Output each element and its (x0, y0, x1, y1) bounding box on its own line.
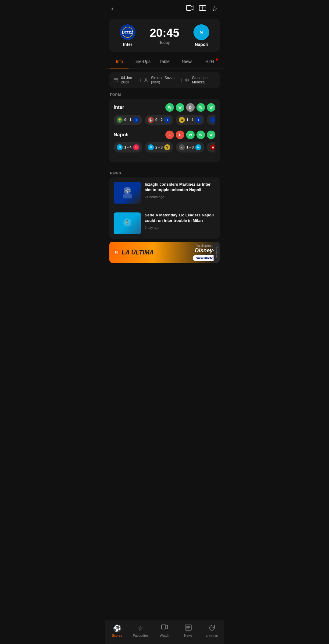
home-team-name: Inter (123, 42, 132, 47)
ad-badge: 16 (113, 250, 120, 255)
ad-right: Ya disponible Disney+ Suscríbete (193, 244, 216, 261)
ad-title: LA ÚLTIMA (122, 249, 154, 256)
svg-rect-20 (161, 625, 166, 629)
favourites-icon: ☆ (138, 625, 144, 632)
referee-name: Simone Sozza (Italy) (151, 76, 178, 84)
watch-label: Watch (160, 634, 169, 637)
napoli-badges: L L W W W (165, 131, 215, 139)
away-team-name: Napoli (195, 42, 208, 47)
home-team: INTER Inter (115, 24, 140, 47)
match-time: 20:45 (150, 26, 179, 40)
tab-table[interactable]: Table (153, 55, 176, 68)
ad-sub: Ya disponible (196, 244, 216, 247)
napoli-form-name: Napoli (114, 132, 129, 138)
tabs-bar: Info Line-Ups Table News H2H (105, 55, 224, 68)
form-label: FORM (105, 88, 224, 99)
pill-logo: 🏆 (117, 117, 123, 123)
h2h-dot (216, 58, 218, 61)
news-time-2: 1 day ago (145, 226, 215, 229)
match-center: 20:45 Today (150, 26, 179, 45)
match-info-bar: 04 Jan 2023 | Simone Sozza (Italy) | Giu… (109, 72, 220, 88)
scores-icon: ⚽ (113, 625, 121, 632)
nav-news[interactable]: News (176, 623, 200, 639)
svg-point-14 (186, 79, 188, 80)
news-icon (185, 625, 192, 632)
news-item-1[interactable]: ⚽ Inzaghi considers Martinez as Inter ai… (109, 177, 220, 208)
badge-w1: W (165, 103, 174, 112)
inter-form-name: Inter (114, 105, 124, 110)
video-icon[interactable] (186, 5, 193, 13)
news-title-2: Serie A Matchday 16: Leaders Napoli coul… (145, 212, 215, 223)
app-header: ‹ ☆ (105, 0, 224, 16)
ad-label-text: Publicidad (214, 242, 220, 263)
pill-logo: N (148, 144, 154, 150)
pill-logo: I (210, 117, 215, 123)
nav-watch[interactable]: Watch (153, 623, 176, 639)
nav-scores[interactable]: ⚽ Scores (105, 623, 129, 639)
badge-w7: W (207, 131, 215, 139)
result-item: ⚽ 0 - 2 I (145, 115, 173, 125)
pill-logo: I (164, 117, 170, 123)
badge-d1: D (186, 103, 195, 112)
pill-logo: 🔴 (133, 144, 139, 150)
ad-left: 16 LA ÚLTIMA (113, 249, 193, 256)
nav-refresh[interactable]: Refresh (200, 623, 224, 639)
result-item: 🏆 0 - 1 I (114, 115, 142, 125)
pill-logo: N (195, 144, 201, 150)
ad-banner[interactable]: 16 LA ÚLTIMA Ya disponible Disney+ Suscr… (109, 242, 220, 263)
result-item: I 4 - 0 ⚽ (207, 115, 215, 125)
news-content-1: Inzaghi considers Martinez as Inter aim … (145, 182, 215, 204)
svg-point-13 (185, 79, 189, 81)
napoli-logo: N (193, 24, 209, 40)
back-button[interactable]: ‹ (111, 5, 113, 13)
news-title-1: Inzaghi considers Martinez as Inter aim … (145, 182, 215, 193)
news-time-1: 21 hours ago (145, 195, 215, 199)
scoreboard-icon[interactable] (199, 5, 206, 13)
nav-favourites[interactable]: ☆ Favourites (129, 623, 153, 639)
pill-logo: A (210, 144, 215, 150)
match-card: INTER Inter 20:45 Today N Napoli (109, 19, 220, 52)
calendar-icon (114, 77, 118, 83)
news-item-2[interactable]: 🏃 Serie A Matchday 16: Leaders Napoli co… (109, 208, 220, 239)
ad-cta[interactable]: Suscríbete (193, 255, 216, 261)
pill-logo: V (164, 144, 170, 150)
napoli-form-row: Napoli L L W W W (114, 131, 215, 139)
badge-w6: W (196, 131, 205, 139)
watch-icon (161, 625, 168, 632)
badge-l1: L (165, 131, 174, 139)
svg-rect-8 (114, 78, 118, 82)
scores-label: Scores (112, 634, 122, 637)
news-label: News (184, 634, 193, 637)
svg-point-12 (145, 79, 147, 80)
pill-logo: ⚽ (148, 117, 154, 123)
svg-text:⚽: ⚽ (125, 188, 130, 194)
svg-text:N: N (200, 30, 203, 35)
match-date-info: 04 Jan 2023 (121, 76, 137, 84)
pill-logo: I (133, 117, 139, 123)
ad-brand: Disney+ (195, 247, 216, 254)
tab-lineups[interactable]: Line-Ups (131, 55, 153, 68)
result-item: 🦅 1 - 3 N (176, 142, 204, 152)
tab-info[interactable]: Info (108, 55, 131, 68)
result-item: N 1 - 4 🔴 (114, 142, 142, 152)
bottom-nav: ⚽ Scores ☆ Favourites Watch News (105, 621, 224, 644)
away-team: N Napoli (189, 24, 214, 47)
stadium-name: Giuseppe Meazza (192, 76, 215, 84)
tab-h2h[interactable]: H2H (198, 55, 221, 68)
pill-logo: ★ (179, 117, 185, 123)
news-thumb-1: ⚽ (114, 182, 141, 204)
referee-icon (144, 78, 148, 82)
badge-w2: W (176, 103, 184, 112)
match-date: Today (150, 40, 179, 45)
tab-news[interactable]: News (176, 55, 198, 68)
refresh-icon (209, 625, 215, 633)
news-card: ⚽ Inzaghi considers Martinez as Inter ai… (109, 177, 220, 239)
badge-w3: W (196, 103, 205, 112)
stadium-icon (185, 78, 189, 82)
inter-form-row: Inter W W D W W (114, 103, 215, 112)
pill-logo: N (117, 144, 123, 150)
news-content-2: Serie A Matchday 16: Leaders Napoli coul… (145, 212, 215, 234)
star-icon[interactable]: ☆ (212, 5, 218, 13)
favourites-label: Favourites (133, 634, 148, 637)
badge-w5: W (186, 131, 195, 139)
